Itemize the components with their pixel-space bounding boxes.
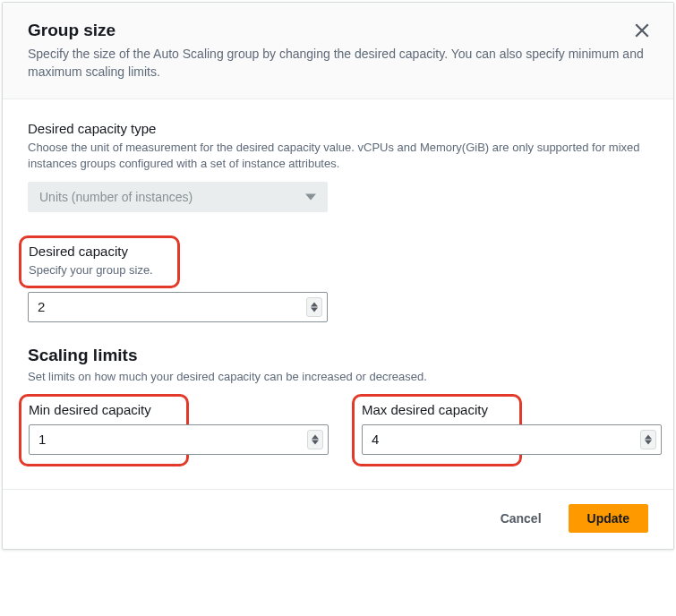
scaling-limits-section: Scaling limits Set limits on how much yo… [28, 346, 648, 455]
capacity-type-description: Choose the unit of measurement for the d… [28, 140, 648, 172]
capacity-type-value: Units (number of instances) [39, 190, 193, 204]
highlight-desired: Desired capacity Specify your group size… [19, 235, 180, 288]
desired-capacity-input-wrap [28, 292, 328, 322]
min-capacity-input[interactable] [29, 424, 329, 455]
min-capacity-input-wrap [29, 424, 329, 455]
min-capacity-stepper[interactable] [307, 430, 323, 449]
scaling-limits-heading: Scaling limits [28, 346, 648, 365]
close-button[interactable] [630, 19, 654, 45]
capacity-type-select: Units (number of instances) [28, 182, 328, 212]
modal-body: Desired capacity type Choose the unit of… [3, 99, 673, 489]
cancel-button[interactable]: Cancel [483, 504, 560, 533]
highlight-max: Max desired capacity [352, 394, 522, 466]
max-capacity-label: Max desired capacity [362, 402, 510, 417]
modal-description: Specify the size of the Auto Scaling gro… [28, 46, 648, 81]
group-size-modal: Group size Specify the size of the Auto … [2, 2, 674, 550]
max-capacity-input[interactable] [362, 424, 662, 455]
max-capacity-input-wrap [362, 424, 662, 455]
capacity-type-section: Desired capacity type Choose the unit of… [28, 121, 648, 211]
modal-footer: Cancel Update [3, 489, 673, 549]
modal-title: Group size [28, 21, 648, 40]
max-capacity-col: Max desired capacity [361, 394, 667, 455]
chevron-down-icon [311, 307, 318, 312]
desired-capacity-section: Desired capacity Specify your group size… [28, 235, 648, 322]
desired-capacity-stepper[interactable] [306, 297, 322, 317]
scaling-limits-description: Set limits on how much your desired capa… [28, 369, 648, 385]
chevron-down-icon [312, 440, 319, 445]
highlight-min: Min desired capacity [19, 394, 189, 466]
min-capacity-label: Min desired capacity [29, 402, 177, 417]
limits-row: Min desired capacity [28, 394, 648, 455]
update-button[interactable]: Update [569, 504, 648, 533]
modal-header: Group size Specify the size of the Auto … [3, 3, 673, 99]
capacity-type-label: Desired capacity type [28, 121, 648, 136]
min-capacity-col: Min desired capacity [28, 394, 334, 455]
chevron-down-icon [645, 440, 652, 445]
desired-capacity-input[interactable] [28, 292, 328, 322]
desired-capacity-label: Desired capacity [29, 244, 168, 259]
close-icon [634, 22, 650, 38]
max-capacity-stepper[interactable] [640, 430, 656, 449]
caret-down-icon [305, 192, 316, 202]
desired-capacity-description: Specify your group size. [29, 262, 168, 278]
